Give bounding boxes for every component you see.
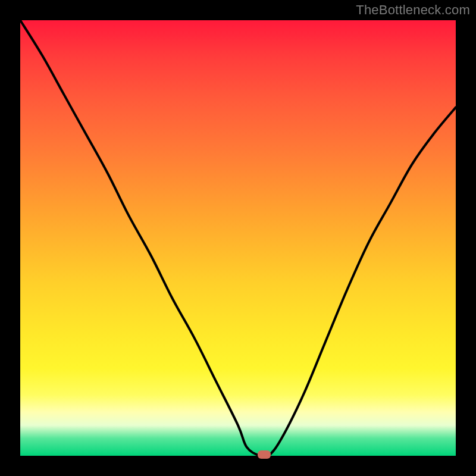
watermark-text: TheBottleneck.com [356,2,470,18]
chart-frame: TheBottleneck.com [0,0,476,476]
bottleneck-curve [20,20,456,456]
plot-area [20,20,456,456]
min-marker [258,450,271,459]
